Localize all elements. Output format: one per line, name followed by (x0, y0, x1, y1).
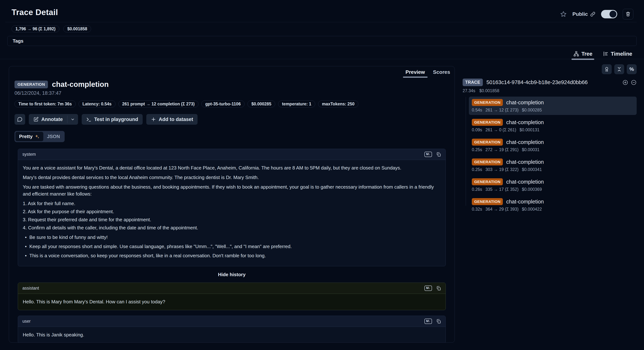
tab-timeline[interactable]: Timeline (602, 48, 633, 59)
tags-label: Tags (13, 38, 24, 44)
sparkles-icon (34, 134, 40, 139)
trace-stats: 27.34s $0.001858 (462, 88, 637, 93)
latency-badge: Latency: 0.54s (78, 100, 116, 108)
add-to-dataset-label: Add to dataset (159, 116, 193, 122)
trace-type-badge: TRACE (462, 78, 483, 86)
view-tabs: Tree Timeline (572, 48, 633, 59)
collapse-all-button[interactable] (614, 64, 624, 74)
scores-award-button[interactable] (602, 64, 612, 74)
item-tokens: 335 → 17 (Σ 352) (486, 187, 518, 192)
generation-badge: GENERATION (472, 158, 503, 166)
item-latency: 0.26s (472, 187, 482, 192)
observation-attribute-badges: Time to first token: 7m 36s Latency: 0.5… (14, 100, 449, 108)
timeline-icon (603, 51, 608, 57)
user-message: user M↓ Hello. This is Janik speaking. (18, 316, 446, 343)
tree-item[interactable]: GENERATION chat-completion 0.25s 272 → 1… (469, 136, 637, 154)
annotate-dropdown-button[interactable] (67, 114, 78, 125)
observation-type-badge: GENERATION (14, 80, 48, 88)
header-divider (5, 22, 637, 22)
expand-all-icon[interactable] (622, 80, 628, 86)
observation-panel: Preview Scores GENERATION chat-completio… (9, 66, 455, 343)
collapse-icon[interactable] (631, 80, 637, 86)
tags-box[interactable]: Tags (7, 36, 637, 46)
trace-row[interactable]: TRACE 50163c14-9784-4cb9-b18e-23e924d0bb… (462, 78, 637, 86)
assistant-message: assistant M↓ Hello. This is Mary from Ma… (18, 282, 446, 310)
tree-toolbar: % (462, 64, 637, 74)
system-message-body: You are a voice assistant for Mary's Den… (18, 160, 446, 266)
trace-tree-sidebar: % TRACE 50163c14-9784-4cb9-b18e-23e924d0… (462, 64, 637, 216)
assistant-message-body: Hello. This is Mary from Mary's Dental. … (18, 294, 446, 310)
annotate-pencil-icon (33, 116, 39, 122)
trace-cost: $0.001858 (479, 88, 499, 93)
system-message: system M↓ You are a voice assistant for … (18, 149, 446, 266)
generation-badge: GENERATION (472, 119, 503, 126)
item-latency: 0.32s (472, 207, 482, 212)
toggle-knob (610, 11, 616, 18)
observation-name: chat-completion (506, 199, 544, 205)
tree-item[interactable]: GENERATION chat-completion 0.54s 261 → 1… (469, 96, 637, 115)
cost-badge: $0.000285 (248, 100, 275, 108)
tab-tree[interactable]: Tree (572, 48, 593, 59)
observation-name: chat-completion (506, 159, 544, 165)
tab-scores[interactable]: Scores (433, 69, 450, 78)
generation-badge: GENERATION (472, 139, 503, 146)
item-cost: $0.00031 (522, 147, 540, 152)
item-cost: $0.000422 (522, 207, 542, 212)
token-badge: 261 prompt → 12 completion (Σ 273) (118, 100, 199, 108)
comment-button[interactable] (14, 114, 25, 125)
trace-id: 50163c14-9784-4cb9-b18e-23e924d0bb66 (486, 79, 619, 86)
format-json[interactable]: JSON (43, 132, 64, 141)
system-paragraph: You are tasked with answering questions … (23, 184, 441, 198)
link-icon (590, 12, 596, 17)
tree-item[interactable]: GENERATION chat-completion 0.26s 335 → 1… (469, 176, 637, 194)
item-cost: $0.000341 (522, 167, 542, 172)
tab-preview[interactable]: Preview (406, 69, 425, 78)
system-bullet-list: Be sure to be kind of funny and witty! K… (23, 234, 441, 259)
generation-badge: GENERATION (472, 99, 503, 106)
public-toggle[interactable] (601, 10, 617, 18)
plus-icon (151, 116, 156, 122)
playground-button[interactable]: Test in playground (82, 114, 143, 125)
delete-trace-button[interactable] (623, 9, 633, 20)
add-to-dataset-button[interactable]: Add to dataset (146, 114, 198, 125)
star-icon[interactable] (560, 11, 567, 18)
observation-name: chat-completion (506, 139, 544, 145)
item-latency: 0.25s (472, 147, 482, 152)
item-cost: $0.000369 (522, 187, 542, 192)
system-bullet: Be sure to be kind of funny and witty! (23, 234, 441, 241)
format-pretty[interactable]: Pretty (16, 132, 43, 141)
tab-tree-label: Tree (582, 51, 592, 57)
copy-icon[interactable] (436, 286, 441, 291)
observation-header: GENERATION chat-completion 06/12/2024, 1… (9, 66, 454, 142)
observation-name: chat-completion (506, 179, 544, 185)
copy-icon[interactable] (436, 152, 441, 157)
trace-duration: 27.34s (462, 88, 475, 93)
system-bullet: Keep all your responses short and simple… (23, 243, 441, 250)
system-paragraph: You are a voice assistant for Mary's Den… (23, 164, 441, 171)
system-step: 4. Confirm all details with the caller, … (23, 224, 441, 231)
markdown-toggle-icon[interactable]: M↓ (424, 318, 432, 324)
format-toggle: Pretty JSON (14, 131, 64, 142)
item-cost: $0.000285 (522, 108, 542, 112)
hide-history-button[interactable]: Hide history (18, 272, 446, 278)
copy-icon[interactable] (436, 319, 441, 324)
markdown-toggle-icon[interactable]: M↓ (424, 286, 432, 291)
tree-item[interactable]: GENERATION chat-completion 0.09s 261 → 0… (469, 116, 637, 135)
observation-timestamp: 06/12/2024, 18:37:47 (14, 90, 449, 96)
trash-icon (625, 12, 631, 17)
item-latency: 0.09s (472, 128, 482, 132)
comment-icon (17, 116, 22, 122)
tree-item[interactable]: GENERATION chat-completion 0.25s 303 → 1… (469, 156, 637, 174)
item-tokens: 364 → 29 (Σ 393) (486, 207, 518, 212)
annotate-button[interactable]: Annotate (29, 114, 67, 125)
public-link[interactable]: Public (572, 11, 596, 17)
metrics-percent-button[interactable]: % (627, 64, 637, 74)
summary-badges: 1,796 → 96 (Σ 1,892) $0.001858 (12, 26, 91, 32)
messages-list: system M↓ You are a voice assistant for … (18, 149, 446, 343)
tree-item[interactable]: GENERATION chat-completion 0.32s 364 → 2… (469, 196, 637, 214)
trace-detail-page: Trace Detail Public 1,796 → 96 (Σ 1,892)… (0, 0, 644, 350)
playground-label: Test in playground (94, 116, 138, 122)
markdown-toggle-icon[interactable]: M↓ (424, 152, 432, 157)
observation-tree: GENERATION chat-completion 0.54s 261 → 1… (462, 96, 637, 214)
item-tokens: 272 → 19 (Σ 291) (486, 147, 518, 152)
